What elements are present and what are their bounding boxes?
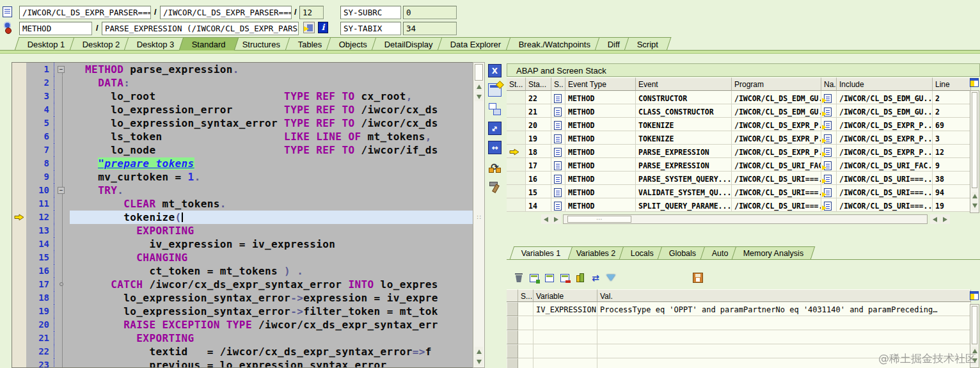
stack-cell-navigate[interactable] <box>821 131 837 145</box>
configure-tool-icon[interactable] <box>488 179 502 193</box>
code-text[interactable]: TRY. <box>70 184 473 197</box>
stack-cell-type-icon[interactable] <box>551 198 565 212</box>
code-text[interactable]: METHOD parse_expression. <box>70 63 473 76</box>
stack-column-header[interactable]: Na... <box>821 77 837 91</box>
breakpoint-gutter[interactable] <box>12 103 26 116</box>
breakpoint-gutter[interactable] <box>12 358 26 368</box>
stack-cell-level[interactable]: 17 <box>526 158 551 172</box>
breakpoint-gutter[interactable] <box>12 116 26 130</box>
stack-cell-event-type[interactable]: METHOD <box>565 172 636 185</box>
stack-cell-include[interactable]: /IWCOR/CL_DS_URI_FAC.. <box>837 158 933 172</box>
scrollbar-track[interactable]: ⋯ <box>563 214 928 224</box>
variable-cell-selector[interactable] <box>507 358 518 368</box>
stack-cell-type-icon[interactable] <box>551 145 565 158</box>
stack-cell-line[interactable]: 19 <box>933 198 971 212</box>
variable-cell-name[interactable] <box>533 330 597 344</box>
new-session-icon[interactable] <box>488 83 502 97</box>
fold-gutter[interactable] <box>54 318 70 332</box>
fold-gutter[interactable] <box>54 90 70 103</box>
fold-gutter[interactable] <box>54 358 70 368</box>
stack-row[interactable]: 20METHODTOKENIZE/IWCOR/CL_DS_EXPR_P.../I… <box>507 118 971 131</box>
swap-windows-icon[interactable] <box>488 102 502 116</box>
stack-cell-line[interactable]: 2 <box>933 91 971 104</box>
breakpoint-gutter[interactable] <box>12 251 26 264</box>
stack-cell-level[interactable]: 14 <box>526 198 551 212</box>
fold-gutter[interactable] <box>54 76 70 90</box>
variable-cell-name[interactable]: IV_EXPRESSION <box>533 302 597 316</box>
breakpoint-gutter[interactable] <box>12 130 26 143</box>
stack-cell-event-type[interactable]: METHOD <box>565 198 636 212</box>
variable-cell-value[interactable]: ProcessType eq 'OPPT' and paramPartnerNo… <box>597 302 971 316</box>
table-settings-icon[interactable] <box>970 78 979 87</box>
code-text[interactable]: iv_expression = iv_expression <box>70 237 473 251</box>
stack-cell-line[interactable]: 12 <box>933 145 971 158</box>
variable-cell-selector[interactable] <box>507 316 518 330</box>
code-text[interactable]: lo_expression_syntax_error TYPE REF TO /… <box>70 116 473 130</box>
code-text[interactable]: "prepare tokens <box>70 157 473 170</box>
stack-cell-line[interactable]: 3 <box>933 131 971 145</box>
stack-cell-level[interactable]: 19 <box>526 131 551 145</box>
stack-cell-navigate[interactable] <box>821 198 837 212</box>
stack-cell-event-type[interactable]: METHOD <box>565 185 636 198</box>
stack-cell-type-icon[interactable] <box>551 172 565 185</box>
code-line[interactable]: 23 previous = lo_expression_syntax_error <box>12 358 473 368</box>
stack-cell-current[interactable] <box>507 131 526 145</box>
stack-column-header[interactable]: Sta... <box>526 77 551 91</box>
stack-cell-event[interactable]: CLASS_CONSTRUCTOR <box>636 104 732 118</box>
table-remove-icon[interactable] <box>559 272 571 284</box>
breakpoint-gutter[interactable] <box>12 76 26 90</box>
stack-cell-current[interactable] <box>507 91 526 104</box>
event-type-field[interactable]: METHOD <box>19 22 92 35</box>
stack-cell-program[interactable]: /IWCOR/CL_DS_EXPR_P... <box>732 145 821 158</box>
variable-cell-value[interactable] <box>597 316 971 330</box>
variable-cell-status[interactable] <box>518 316 533 330</box>
stack-cell-event-type[interactable]: METHOD <box>565 104 636 118</box>
variable-row[interactable] <box>507 316 971 330</box>
breakpoint-gutter[interactable] <box>12 224 26 237</box>
code-text[interactable]: lo_root TYPE REF TO cx_root, <box>70 90 473 103</box>
tab-break-watchpoints[interactable]: Break./Watchpoints <box>505 37 603 51</box>
stack-row[interactable]: 14METHODSPLIT_QUERY_PARAME.../IWCOR/CL_D… <box>507 198 971 212</box>
stack-cell-current[interactable] <box>507 118 526 131</box>
tab-script[interactable]: Script <box>624 37 672 51</box>
breakpoint-gutter[interactable] <box>12 157 26 170</box>
tab-desktop-1[interactable]: Desktop 1 <box>15 37 78 51</box>
fold-gutter[interactable] <box>54 305 70 318</box>
fold-gutter[interactable]: − <box>54 63 70 76</box>
tab-standard[interactable]: Standard <box>178 37 239 51</box>
variable-cell-status[interactable] <box>518 302 533 316</box>
stack-cell-include[interactable]: /IWCOR/CL_DS_EDM_GU.. <box>837 91 933 104</box>
variable-cell-name[interactable] <box>533 316 597 330</box>
breakpoint-gutter[interactable] <box>12 305 26 318</box>
stack-vscrollbar[interactable] <box>970 90 979 213</box>
goto-statement-icon[interactable] <box>303 22 315 33</box>
code-line[interactable]: 5 lo_expression_syntax_error TYPE REF TO… <box>12 116 473 130</box>
stack-column-header[interactable]: Line <box>933 77 971 91</box>
stack-cell-navigate[interactable] <box>821 91 837 104</box>
fold-gutter[interactable] <box>54 224 70 237</box>
breakpoint-gutter[interactable] <box>12 211 26 224</box>
stack-cell-navigate[interactable] <box>821 185 837 198</box>
main-program-field[interactable]: /IWCOR/CL_DS_EXPR_PARSER=====... <box>19 6 151 19</box>
stack-cell-level[interactable]: 21 <box>526 104 551 118</box>
stack-cell-type-icon[interactable] <box>551 118 565 131</box>
stack-row[interactable]: 15METHODVALIDATE_SYSTEM_QU.../IWCOR/CL_D… <box>507 185 971 198</box>
fold-gutter[interactable] <box>54 143 70 157</box>
refresh-layout-icon[interactable]: ⟳ <box>488 160 502 173</box>
code-text[interactable]: textid = /iwcor/cx_ds_expr_syntax_error=… <box>70 345 473 358</box>
code-line[interactable]: 10− TRY. <box>12 184 473 197</box>
navigate-icon[interactable] <box>824 188 832 197</box>
variable-cell-value[interactable] <box>597 330 971 344</box>
close-icon[interactable]: X <box>488 64 502 77</box>
stack-cell-include[interactable]: /IWCOR/CL_DS_EXPR_P... <box>837 118 933 131</box>
tab-desktop-3[interactable]: Desktop 3 <box>124 37 187 51</box>
stack-cell-line[interactable]: 9 <box>933 158 971 172</box>
scroll-down-button[interactable] <box>475 357 483 366</box>
tab-desktop-2[interactable]: Desktop 2 <box>69 37 132 51</box>
tab-data-explorer[interactable]: Data Explorer <box>438 37 514 51</box>
stack-cell-current[interactable] <box>507 172 526 185</box>
stack-cell-event[interactable]: PARSE_EXPRESSION <box>636 158 732 172</box>
code-text[interactable]: lo_expression_syntax_error->filter_token… <box>70 305 473 318</box>
stack-cell-level[interactable]: 16 <box>526 172 551 185</box>
scroll-up-button[interactable] <box>972 192 977 200</box>
